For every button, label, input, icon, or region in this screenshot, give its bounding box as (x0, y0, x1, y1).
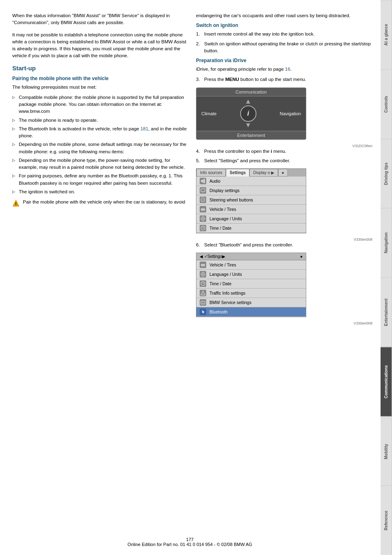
settings-screenshot: Info sources Settings Display o ▶ ● Audi… (196, 168, 306, 233)
svg-rect-17 (201, 264, 205, 266)
tab-extra[interactable]: ● (278, 169, 288, 177)
tab-display[interactable]: Display o ▶ (249, 169, 278, 177)
bt-time-label: Time / Date (209, 281, 232, 286)
idrive-middle: Climate i Navigation (196, 96, 306, 131)
bluetooth-caption: V330en008 (196, 321, 372, 325)
menu-steering: Steering wheel buttons (196, 195, 306, 205)
sidebar-tab-mobility[interactable]: Mobility (381, 416, 392, 486)
warning-box: ! Pair the mobile phone with the vehicle… (12, 199, 188, 207)
sidebar-tab-communications[interactable]: Communications (381, 347, 392, 416)
svg-point-9 (201, 210, 203, 211)
svg-rect-8 (201, 208, 205, 210)
page-number: 177 (186, 537, 194, 542)
sidebar-label-controls: Controls (384, 96, 388, 113)
warning-icon: ! (12, 199, 20, 207)
menu-display-label: Display settings (209, 188, 240, 193)
idrive-top-label: Communication (196, 88, 306, 96)
bt-header-right: ▶ (222, 254, 225, 259)
idrive-step-6-item: 6. Select "Bluetooth" and press the cont… (196, 242, 372, 248)
sidebar-label-entertainment: Entertainment (384, 299, 388, 326)
svg-text:B: B (202, 302, 204, 304)
bt-time: Time / Date (196, 279, 306, 289)
idrive-left-label: Climate (201, 111, 216, 116)
intro-paragraph-1: When the status information "BMW Assist"… (12, 12, 188, 27)
bt-traffic: ! Traffic Info settings (196, 289, 306, 298)
tab-settings[interactable]: Settings (226, 169, 249, 177)
bt-vehicle-icon (200, 262, 206, 268)
ignition-step-1: 1. Insert remote control all the way int… (196, 31, 372, 38)
idrive-caption: V31DC08en (196, 144, 372, 148)
idrive-step-5: 5. Select "Settings" and press the contr… (196, 157, 372, 164)
bt-gear-icon: ● (300, 254, 303, 259)
continuation-text: endangering the car's occupants and othe… (196, 12, 372, 19)
bt-bluetooth-label: Bluetooth (209, 309, 227, 314)
right-column: endangering the car's occupants and othe… (196, 12, 372, 539)
pairing-heading: Pairing the mobile phone with the vehicl… (12, 76, 188, 81)
bt-time-icon (200, 280, 206, 287)
idrive-steps-4-5: 4. Press the controller to open the i me… (196, 148, 372, 165)
menu-vehicle-label: Vehicle / Tires (209, 207, 236, 212)
menu-vehicle: Vehicle / Tires (196, 205, 306, 214)
bt-settings-label: Settings (207, 254, 222, 259)
bt-language-label: Language / Units (209, 272, 242, 277)
sidebar-tab-reference[interactable]: Reference (381, 486, 392, 555)
menu-time: Time / Date (196, 224, 306, 233)
bt-language-icon (200, 271, 206, 278)
language-icon (200, 215, 206, 222)
svg-point-19 (203, 266, 205, 267)
bullet-4: Depending on the mobile phone, some defa… (12, 141, 188, 155)
svg-point-10 (203, 210, 205, 211)
sidebar-tab-controls[interactable]: Controls (381, 69, 392, 139)
sidebar-label-reference: Reference (384, 510, 388, 530)
bullet-5: Depending on the mobile phone type, the … (12, 157, 188, 171)
sidebar-label-mobility: Mobility (384, 443, 388, 459)
idrive-center-icon: i (240, 105, 256, 122)
idrive-right-label: Navigation (280, 111, 301, 116)
bt-bmwservice-label: BMW Service settings (209, 300, 252, 305)
menu-language: Language / Units (196, 214, 306, 224)
svg-marker-3 (203, 179, 205, 184)
sidebar-tab-driving-tips[interactable]: Driving tips (381, 139, 392, 208)
svg-rect-2 (201, 180, 203, 182)
bt-vehicle: Vehicle / Tires (196, 260, 306, 270)
sidebar: At a glance Controls Driving tips Naviga… (381, 0, 392, 555)
vehicle-icon (200, 206, 206, 213)
idrive-screenshot: Communication Climate i Navigation Enter… (196, 87, 306, 140)
bt-bmwservice-icon: B (200, 299, 206, 306)
switch-ignition-heading: Switch on ignition (196, 22, 372, 28)
main-content: When the status information "BMW Assist"… (0, 0, 381, 555)
bullet-6: For pairing purposes, define any number … (12, 172, 188, 187)
warning-text: Pair the mobile phone with the vehicle o… (23, 199, 185, 206)
tab-info-sources[interactable]: Info sources (196, 169, 226, 177)
bt-bluetooth-icon (200, 309, 206, 315)
svg-text:!: ! (203, 292, 203, 295)
svg-point-7 (203, 199, 204, 201)
bullet-1: Compatible mobile phone: the mobile phon… (12, 94, 188, 115)
sidebar-tab-navigation[interactable]: Navigation (381, 208, 392, 278)
prerequisites-list: Compatible mobile phone: the mobile phon… (12, 94, 188, 195)
bullet-7: The ignition is switched on. (12, 188, 188, 195)
idrive-intro: iDrive, for operating principle refer to… (196, 66, 372, 73)
sidebar-tab-at-a-glance[interactable]: At a glance (381, 0, 392, 69)
bt-language: Language / Units (196, 270, 306, 279)
bt-header: ◀ ✓ Settings ▶ ● (196, 253, 306, 260)
startup-heading: Start-up (12, 65, 188, 72)
prerequisites-text: The following prerequisites must be met: (12, 84, 188, 91)
svg-point-18 (201, 266, 203, 267)
idrive-step-3: 3. Press the MENU button to call up the … (196, 76, 372, 83)
menu-language-label: Language / Units (209, 216, 242, 221)
bt-traffic-icon: ! (200, 290, 206, 296)
page-footer: 177 Online Edition for Part no. 01 41 0 … (0, 537, 380, 547)
idrive-step-4: 4. Press the controller to open the i me… (196, 148, 372, 155)
footer-text: Online Edition for Part no. 01 41 0 014 … (127, 542, 252, 547)
menu-audio: Audio (196, 177, 306, 186)
settings-caption: V330en008 (196, 237, 372, 242)
svg-rect-4 (201, 189, 205, 192)
sidebar-label-at-a-glance: At a glance (384, 24, 388, 46)
sidebar-tab-entertainment[interactable]: Entertainment (381, 278, 392, 347)
idrive-heading: Preparation via iDrive (196, 58, 372, 63)
settings-tab-bar: Info sources Settings Display o ▶ ● (196, 169, 306, 177)
menu-time-label: Time / Date (209, 226, 232, 231)
bullet-3: The Bluetooth link is activated in the v… (12, 125, 188, 140)
sidebar-label-navigation: Navigation (384, 233, 388, 253)
